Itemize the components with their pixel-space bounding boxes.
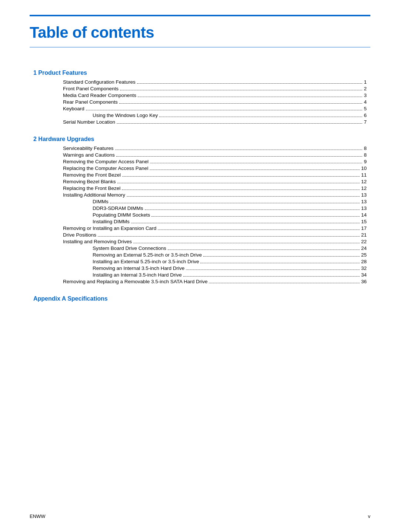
toc-entry: Standard Configuration Features1 [33,79,367,85]
toc-entry-label: Removing or Installing an Expansion Card [63,225,156,231]
toc-entry-label: Rear Panel Components [63,99,118,105]
toc-page-number: 22 [361,239,367,244]
title-section: Table of contents [30,24,370,47]
toc-entry: DIMMs13 [33,199,367,204]
toc-dots [151,216,360,217]
toc-page-number: 34 [361,272,367,278]
chapter: Appendix A Specifications [33,295,367,302]
toc-entry: Media Card Reader Components3 [33,93,367,98]
toc-page-number: 8 [364,145,367,151]
toc-entry: Removing the Front Bezel11 [33,172,367,178]
toc-page-number: 13 [361,199,367,204]
toc-dots [150,170,360,170]
toc-page-number: 4 [364,99,367,105]
toc-entry-label: Using the Windows Logo Key [93,113,158,118]
toc-page-number: 10 [361,165,367,171]
toc-entry-label: Populating DIMM Sockets [93,212,150,218]
toc-entry: Warnings and Cautions8 [33,152,367,158]
toc-entry: Populating DIMM Sockets14 [33,212,367,218]
toc-entry: Removing or Installing an Expansion Card… [33,225,367,231]
toc-entry: Front Panel Components2 [33,86,367,91]
toc-entry-label: Installing and Removing Drives [63,239,132,244]
toc-entry-label: DIMMs [93,199,109,204]
toc-page-number: 1 [364,79,367,85]
toc-entry: Installing Additional Memory13 [33,192,367,198]
toc-dots [186,270,360,270]
toc-entry-label: Installing Additional Memory [63,192,125,198]
toc-entry-label: Installing an Internal 3.5-inch Hard Dri… [93,272,182,278]
toc-dots [133,243,360,243]
toc-page-number: 36 [361,279,367,284]
toc-dots [86,110,363,110]
toc-page-number: 13 [361,205,367,211]
toc-entry-label: Removing the Computer Access Panel [63,159,149,164]
toc-page-number: 7 [364,119,367,125]
toc-entry: Drive Positions21 [33,232,367,238]
toc-entry: System Board Drive Connections24 [33,245,367,251]
toc-page-number: 28 [361,259,367,264]
toc-entry-label: Drive Positions [63,232,96,238]
footer-left: ENWW [30,513,46,519]
toc-dots [122,190,360,190]
toc-page-number: 25 [361,252,367,258]
toc-dots [110,203,360,203]
toc-entry: Removing an Internal 3.5-inch Hard Drive… [33,265,367,271]
toc-entry: Installing and Removing Drives22 [33,239,367,244]
toc-page-number: 3 [364,93,367,98]
toc-dots [115,150,363,150]
toc-dots [119,103,363,104]
toc-dots [138,97,362,97]
toc-page-number: 32 [361,265,367,271]
toc-entry: Removing an External 5.25-inch or 3.5-in… [33,252,367,258]
toc-page-number: 14 [361,212,367,218]
toc-entry-label: Removing an Internal 3.5-inch Hard Drive [93,265,184,271]
toc-page-number: 12 [361,185,367,191]
page: Table of contents 1 Product FeaturesStan… [0,0,400,532]
chapter-header: 2 Hardware Upgrades [33,136,367,143]
toc-dots [158,230,360,230]
toc-dots [203,256,360,257]
toc-entry-label: Media Card Reader Components [63,93,136,98]
toc-page-number: 2 [364,86,367,91]
toc-entry-label: Replacing the Computer Access Panel [63,165,148,171]
toc-entry: Rear Panel Components4 [33,99,367,105]
toc-entry-label: DDR3-SDRAM DIMMs [93,205,143,211]
toc-dots [116,156,363,157]
toc-dots [150,163,362,163]
toc-entry-label: System Board Drive Connections [93,245,166,251]
toc-dots [183,276,360,277]
toc-dots [200,263,360,263]
toc-page-number: 12 [361,179,367,184]
chapter-header: Appendix A Specifications [33,295,367,302]
toc-dots [127,196,360,197]
toc-entry: Installing an Internal 3.5-inch Hard Dri… [33,272,367,278]
footer: ENWW v [30,513,370,519]
toc-entry: DDR3-SDRAM DIMMs13 [33,205,367,211]
top-rule [30,15,370,16]
toc-entry: Installing an External 5.25-inch or 3.5-… [33,259,367,264]
toc-entry: Keyboard5 [33,106,367,111]
toc-page-number: 6 [364,113,367,118]
toc-dots [131,223,360,223]
toc-page-number: 13 [361,192,367,198]
toc-dots [117,123,362,124]
toc-entry-label: Installing DIMMs [93,219,130,224]
toc-entry-label: Removing an External 5.25-inch or 3.5-in… [93,252,202,258]
toc-dots [120,90,362,90]
toc-entry: Using the Windows Logo Key6 [33,113,367,118]
page-title: Table of contents [30,24,370,41]
toc-page-number: 15 [361,219,367,224]
toc-entry: Replacing the Computer Access Panel10 [33,165,367,171]
toc-entry-label: Standard Configuration Features [63,79,136,85]
toc-entry-label: Removing Bezel Blanks [63,179,116,184]
toc-page-number: 5 [364,106,367,111]
toc-page-number: 24 [361,245,367,251]
chapter: 1 Product FeaturesStandard Configuration… [33,70,367,125]
toc-entry: Installing DIMMs15 [33,219,367,224]
toc-dots [159,117,362,117]
toc-entry-label: Warnings and Cautions [63,152,115,158]
toc-entry-label: Keyboard [63,106,84,111]
toc-body: 1 Product FeaturesStandard Configuration… [30,70,370,302]
chapter-header: 1 Product Features [33,70,367,76]
toc-dots [137,83,363,84]
